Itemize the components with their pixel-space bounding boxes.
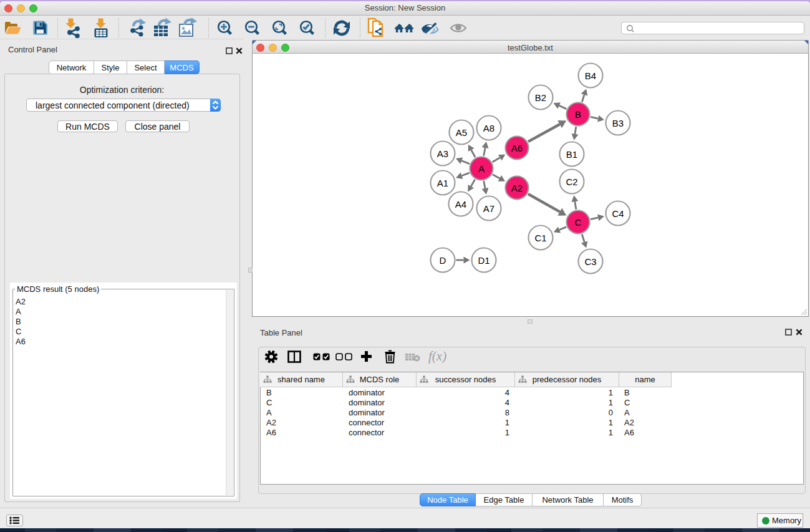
- svg-text:A6: A6: [511, 143, 523, 153]
- svg-text:D1: D1: [478, 255, 489, 266]
- svg-text:C4: C4: [612, 208, 624, 219]
- svg-text:B: B: [575, 109, 581, 120]
- svg-text:C2: C2: [566, 177, 577, 187]
- svg-text:A: A: [478, 163, 485, 174]
- svg-text:A3: A3: [437, 148, 448, 159]
- svg-text:A7: A7: [483, 203, 494, 214]
- svg-text:D: D: [440, 255, 446, 266]
- svg-text:A2: A2: [511, 183, 523, 193]
- svg-text:A4: A4: [455, 199, 466, 210]
- svg-text:B3: B3: [612, 118, 624, 128]
- svg-text:A5: A5: [456, 127, 467, 138]
- svg-text:A1: A1: [437, 178, 448, 188]
- svg-text:C1: C1: [534, 233, 546, 243]
- svg-text:B4: B4: [585, 70, 596, 81]
- svg-text:A8: A8: [483, 123, 494, 133]
- svg-text:B1: B1: [566, 149, 577, 160]
- svg-text:B2: B2: [535, 92, 546, 103]
- svg-text:C3: C3: [584, 256, 596, 267]
- svg-text:C: C: [575, 217, 582, 228]
